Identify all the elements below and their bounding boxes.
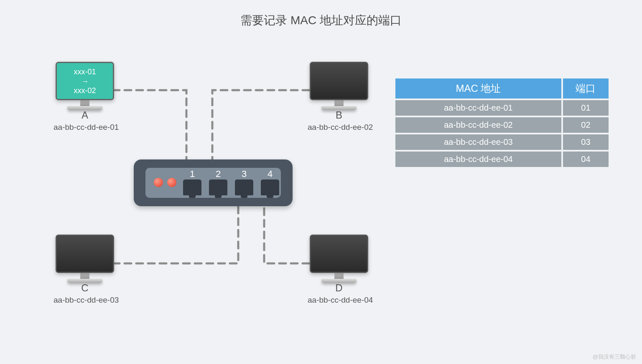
computer-a-mac: aa-bb-cc-dd-ee-01 — [54, 123, 116, 132]
packet-message: xxx-01 → xxx-02 — [57, 63, 113, 96]
switch-port-1-label: 1 — [183, 169, 201, 179]
header-mac: MAC 地址 — [395, 78, 561, 99]
cell-mac: aa-bb-cc-dd-ee-01 — [395, 100, 561, 116]
cell-port: 03 — [563, 134, 609, 150]
switch-port-1 — [183, 179, 201, 195]
computer-c-label: C — [54, 282, 116, 294]
computer-b-label: B — [308, 109, 370, 121]
computer-c: C aa-bb-cc-dd-ee-03 — [54, 235, 116, 305]
switch-led-icon — [154, 178, 163, 187]
table-row: aa-bb-cc-dd-ee-03 03 — [395, 134, 609, 150]
switch-port-4-label: 4 — [261, 169, 279, 179]
computer-a-screen: xxx-01 → xxx-02 — [56, 62, 114, 100]
computer-d: D aa-bb-cc-dd-ee-04 — [308, 235, 370, 305]
switch-port-4 — [261, 179, 279, 195]
switch-port-2 — [209, 179, 227, 195]
watermark: @我没有三颗心脏 — [593, 353, 636, 361]
computer-b: B aa-bb-cc-dd-ee-02 — [308, 62, 370, 132]
connection-lines — [0, 0, 642, 364]
mac-address-table: MAC 地址 端口 aa-bb-cc-dd-ee-01 01 aa-bb-cc-… — [394, 77, 610, 169]
cell-mac: aa-bb-cc-dd-ee-03 — [395, 134, 561, 150]
computer-d-screen — [310, 235, 368, 273]
computer-c-screen — [56, 235, 114, 273]
cell-port: 04 — [563, 152, 609, 167]
switch-port-3 — [235, 179, 253, 195]
header-port: 端口 — [563, 78, 609, 99]
table-header-row: MAC 地址 端口 — [395, 78, 609, 99]
switch-port-2-label: 2 — [209, 169, 227, 179]
computer-c-mac: aa-bb-cc-dd-ee-03 — [54, 296, 116, 305]
computer-b-mac: aa-bb-cc-dd-ee-02 — [308, 123, 370, 132]
cell-mac: aa-bb-cc-dd-ee-02 — [395, 117, 561, 133]
computer-d-label: D — [308, 282, 370, 294]
computer-d-mac: aa-bb-cc-dd-ee-04 — [308, 296, 370, 305]
switch-port-3-label: 3 — [235, 169, 253, 179]
computer-a-label: A — [54, 109, 116, 121]
diagram-title: 需要记录 MAC 地址对应的端口 — [0, 13, 642, 28]
switch-led-icon — [167, 178, 176, 187]
cell-port: 02 — [563, 117, 609, 133]
cell-mac: aa-bb-cc-dd-ee-04 — [395, 152, 561, 167]
computer-b-screen — [310, 62, 368, 100]
table-row: aa-bb-cc-dd-ee-02 02 — [395, 117, 609, 133]
cell-port: 01 — [563, 100, 609, 116]
table-row: aa-bb-cc-dd-ee-01 01 — [395, 100, 609, 116]
network-switch: 1 2 3 4 — [134, 159, 293, 206]
computer-a: xxx-01 → xxx-02 A aa-bb-cc-dd-ee-01 — [54, 62, 116, 132]
table-row: aa-bb-cc-dd-ee-04 04 — [395, 152, 609, 167]
